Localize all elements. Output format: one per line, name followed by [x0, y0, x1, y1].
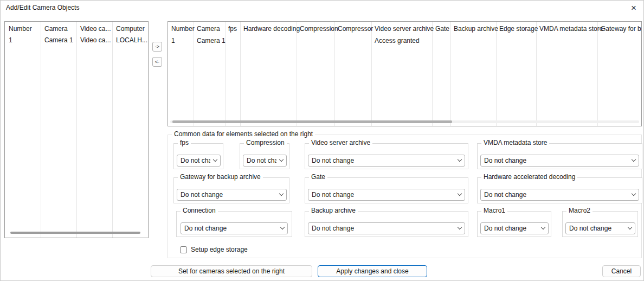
- chevron-down-icon: [458, 157, 462, 162]
- gateway-backup-select[interactable]: Do not change: [177, 189, 287, 201]
- macro1-select[interactable]: Do not change: [480, 222, 549, 234]
- setup-edge-storage-checkbox[interactable]: Setup edge storage: [180, 246, 248, 253]
- left-table-header-computer[interactable]: Computer: [116, 25, 145, 33]
- move-right-button[interactable]: ->: [152, 42, 162, 52]
- fps-group: fps Do not char: [173, 143, 223, 169]
- compression-select-value: Do not char: [247, 157, 276, 164]
- right-cameras-table[interactable]: Number Camera fps Hardware decoding Comp…: [168, 21, 642, 126]
- horizontal-scrollbar[interactable]: [172, 120, 452, 123]
- right-header-edge[interactable]: Edge storage: [499, 25, 538, 33]
- macro1-group: Macro1 Do not change: [477, 211, 551, 237]
- apply-changes-button[interactable]: Apply changes and close: [318, 265, 427, 277]
- gateway-backup-group: Gateway for backup archive Do not change: [173, 177, 289, 203]
- hardware-decoding-label: Hardware accelerated decoding: [481, 173, 577, 181]
- column-separator: [41, 22, 41, 238]
- cell-video: Video ca...: [80, 36, 111, 44]
- right-header-camera[interactable]: Camera: [197, 25, 220, 33]
- right-header-gateway[interactable]: Gateway for ba: [601, 25, 642, 33]
- horizontal-scrollbar[interactable]: [10, 232, 140, 234]
- cell-camera: Camera 1: [197, 37, 226, 44]
- right-header-gate[interactable]: Gate: [435, 25, 449, 33]
- connection-select[interactable]: Do not change: [181, 222, 288, 234]
- dialog-title: Add/Edit Camera Objects: [6, 4, 79, 11]
- column-separator: [536, 22, 537, 126]
- chevron-down-icon: [213, 157, 217, 162]
- move-left-button[interactable]: <-: [152, 57, 162, 67]
- gate-select[interactable]: Do not change: [308, 189, 465, 201]
- common-data-group-label: Common data for elements selected on the…: [172, 130, 315, 138]
- right-header-compressor[interactable]: Compressor: [338, 25, 373, 33]
- checkbox-box: [180, 246, 187, 253]
- macro2-label: Macro2: [566, 207, 593, 214]
- gate-select-value: Do not change: [312, 191, 354, 199]
- chevron-down-icon: [458, 225, 462, 229]
- vmda-metadata-store-group: VMDA metadata store Do not change: [477, 143, 642, 169]
- chevron-down-icon: [279, 157, 284, 162]
- cell-computer: LOCALH...: [116, 36, 147, 44]
- video-server-archive-select[interactable]: Do not change: [308, 155, 465, 167]
- fps-select-value: Do not char: [181, 157, 210, 164]
- macro2-select[interactable]: Do not change: [565, 222, 635, 234]
- right-header-number[interactable]: Number: [171, 25, 195, 33]
- chevron-down-icon: [541, 225, 545, 229]
- right-header-vmda[interactable]: VMDA metadata store: [539, 25, 603, 33]
- cell-number: 1: [171, 37, 175, 44]
- column-separator: [297, 22, 297, 126]
- video-server-archive-select-value: Do not change: [312, 157, 354, 164]
- column-separator: [76, 22, 77, 238]
- gateway-backup-label: Gateway for backup archive: [178, 173, 263, 181]
- left-cameras-table[interactable]: Number Camera Video ca... Computer 1 Cam…: [4, 21, 149, 238]
- gateway-backup-select-value: Do not change: [181, 191, 223, 199]
- right-header-hw-decoding[interactable]: Hardware decoding: [243, 25, 300, 33]
- macro2-group: Macro2 Do not change: [562, 211, 638, 237]
- macro1-label: Macro1: [481, 207, 507, 214]
- fps-label: fps: [178, 139, 191, 146]
- backup-archive-group: Backup archive Do not change: [305, 211, 468, 237]
- right-header-fps[interactable]: fps: [228, 25, 237, 33]
- connection-label: Connection: [181, 207, 218, 214]
- video-server-archive-label: Video server archive: [309, 139, 372, 146]
- compression-label: Compression: [244, 139, 287, 146]
- column-separator: [334, 22, 335, 126]
- chevron-down-icon: [280, 225, 285, 229]
- vmda-metadata-store-select-value: Do not change: [484, 157, 526, 164]
- right-header-backup[interactable]: Backup archive: [454, 25, 498, 33]
- compression-group: Compression Do not char: [240, 143, 289, 169]
- hardware-decoding-select-value: Do not change: [484, 191, 526, 199]
- backup-archive-label: Backup archive: [309, 207, 358, 214]
- hardware-decoding-select[interactable]: Do not change: [480, 189, 639, 201]
- column-separator: [112, 22, 113, 238]
- chevron-down-icon: [458, 191, 462, 196]
- chevron-down-icon: [632, 157, 636, 162]
- common-data-group: Common data for elements selected on the…: [168, 135, 642, 258]
- video-server-archive-group: Video server archive Do not change: [305, 143, 468, 169]
- left-table-header-video[interactable]: Video ca...: [80, 25, 111, 33]
- set-for-cameras-button[interactable]: Set for cameras selected on the right: [151, 265, 312, 277]
- gate-label: Gate: [309, 173, 327, 181]
- vmda-metadata-store-label: VMDA metadata store: [481, 139, 549, 146]
- macro1-select-value: Do not change: [484, 225, 526, 232]
- gate-group: Gate Do not change: [305, 177, 468, 203]
- cancel-button[interactable]: Cancel: [602, 265, 641, 277]
- column-separator: [371, 22, 372, 126]
- cell-camera: Camera 1: [44, 36, 73, 44]
- right-header-compression[interactable]: Compression: [300, 25, 338, 33]
- cell-video-server-archive: Access granted: [375, 37, 420, 44]
- close-icon[interactable]: ×: [626, 2, 641, 15]
- cell-number: 1: [9, 36, 12, 44]
- left-table-header-number[interactable]: Number: [9, 25, 32, 33]
- compression-select[interactable]: Do not char: [243, 155, 287, 167]
- chevron-down-icon: [279, 191, 284, 196]
- column-separator: [240, 22, 241, 126]
- fps-select[interactable]: Do not char: [177, 155, 221, 167]
- left-table-header-camera[interactable]: Camera: [44, 25, 68, 33]
- right-header-vsa[interactable]: Video server archive: [375, 25, 434, 33]
- chevron-down-icon: [632, 191, 636, 196]
- vmda-metadata-store-select[interactable]: Do not change: [480, 155, 639, 167]
- chevron-down-icon: [628, 225, 632, 229]
- setup-edge-storage-label: Setup edge storage: [191, 246, 248, 253]
- connection-select-value: Do not change: [184, 225, 227, 232]
- backup-archive-select[interactable]: Do not change: [308, 222, 465, 234]
- column-separator: [450, 22, 451, 126]
- backup-archive-select-value: Do not change: [312, 225, 354, 232]
